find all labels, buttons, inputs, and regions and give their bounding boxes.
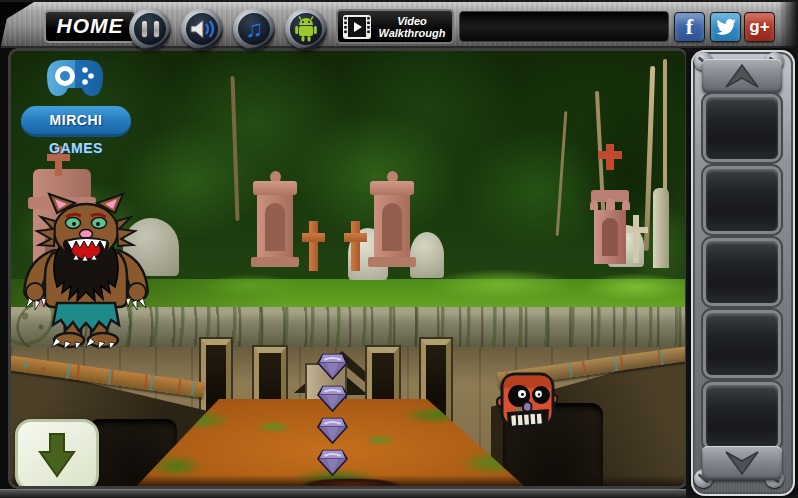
orange-cross (344, 233, 367, 242)
bottom-frame-bar (0, 489, 688, 498)
pause-button[interactable] (129, 8, 171, 50)
down-arrow-icon (722, 450, 762, 476)
twitter-button[interactable] (710, 12, 741, 42)
video-walkthrough-button[interactable]: VideoWalkthrough (336, 9, 454, 44)
orange-cross (309, 221, 318, 271)
mirchi-games-logo[interactable]: MIRCHI GAMES (21, 55, 131, 137)
game-scene: MIRCHI GAMES (8, 48, 688, 489)
inventory-slot[interactable] (706, 241, 778, 303)
inventory-slot[interactable] (706, 169, 778, 231)
zombie-head[interactable] (496, 369, 558, 435)
inventory-sidebar (686, 48, 798, 498)
facebook-icon: f (686, 14, 693, 40)
werewolf[interactable] (23, 191, 153, 349)
android-icon (294, 16, 318, 42)
inventory-scroll-down-button[interactable] (702, 446, 782, 480)
hint-down-arrow-button[interactable] (15, 419, 99, 489)
logo-banner: MIRCHI GAMES (21, 106, 131, 137)
home-button[interactable]: HOME (44, 10, 136, 43)
film-play-icon (342, 14, 372, 40)
stone-cross (633, 215, 639, 263)
orange-cross (351, 221, 360, 271)
google-plus-icon: g+ (749, 17, 769, 37)
purple-diamond-gem[interactable] (316, 417, 349, 448)
inventory-scroll-up-button[interactable] (702, 59, 782, 93)
facebook-button[interactable]: f (674, 12, 705, 42)
toolbar-right-corner (778, 2, 798, 50)
inventory-slot[interactable] (706, 313, 778, 375)
pink-pillar (253, 171, 297, 267)
gem-column (316, 353, 349, 481)
ornate-monument (589, 144, 631, 264)
down-arrow-icon (31, 430, 83, 480)
top-toolbar: HOME ♫ (0, 0, 798, 48)
music-note-icon: ♫ (245, 17, 263, 41)
gamepad-icon (43, 55, 107, 103)
purple-diamond-gem[interactable] (316, 353, 349, 384)
inventory-slots (706, 97, 778, 457)
orange-cross (302, 233, 325, 242)
video-walkthrough-line1: Video (376, 15, 448, 27)
twitter-icon (715, 18, 737, 36)
toolbar-blank-bar (459, 11, 669, 42)
video-walkthrough-line2: Walkthrough (376, 27, 448, 39)
logo-word-mirchi: MIRCHI (50, 112, 103, 128)
inventory-slot[interactable] (706, 385, 778, 447)
logo-word-games: GAMES (49, 140, 103, 156)
inventory-slot[interactable] (706, 97, 778, 159)
gravestone (410, 232, 444, 278)
pause-icon (141, 20, 160, 38)
pink-pillar (370, 171, 414, 267)
stone-pillar (653, 188, 669, 268)
music-button[interactable]: ♫ (233, 8, 275, 50)
game-window: { "toolbar": { "home_label": "HOME", "vi… (0, 0, 798, 498)
sound-button[interactable] (181, 8, 223, 50)
purple-diamond-gem[interactable] (316, 449, 349, 480)
purple-diamond-gem[interactable] (316, 385, 349, 416)
up-arrow-icon (722, 63, 762, 89)
android-button[interactable] (285, 8, 327, 50)
speaker-icon (189, 17, 215, 41)
google-plus-button[interactable]: g+ (744, 12, 775, 42)
